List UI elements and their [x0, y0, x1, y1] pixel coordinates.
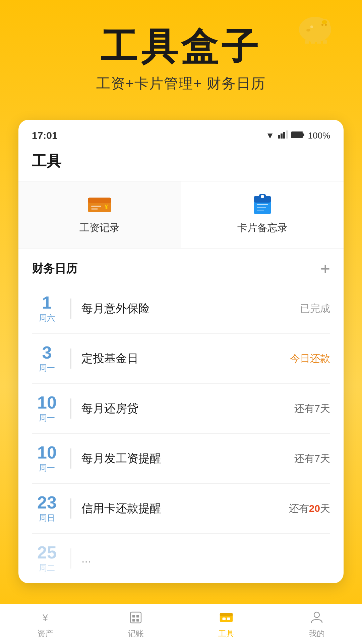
bottom-nav: ¥ 资产 记账 工具 — [0, 604, 362, 644]
tools-grid: ¥ 工资记录 卡片备忘录 — [18, 181, 344, 249]
battery-level: 100% — [308, 130, 330, 141]
svg-rect-17 — [292, 132, 303, 138]
card-memo-icon — [249, 195, 276, 215]
event-name: 信用卡还款提醒 — [81, 501, 289, 516]
divider — [70, 498, 71, 519]
nav-ledger-label: 记账 — [128, 628, 144, 639]
svg-rect-39 — [222, 618, 226, 620]
calendar-item[interactable]: 23 周日 信用卡还款提醒 还有20天 — [32, 484, 330, 534]
svg-rect-23 — [91, 208, 98, 210]
calendar-item[interactable]: 10 周一 每月还房贷 还有7天 — [32, 384, 330, 434]
card-header: 工具 — [18, 145, 344, 181]
divider — [70, 348, 71, 369]
svg-rect-15 — [286, 130, 288, 139]
status-time: 17:01 — [32, 130, 58, 141]
nav-mine[interactable]: 我的 — [272, 606, 362, 642]
svg-rect-40 — [227, 618, 230, 620]
add-event-button[interactable]: + — [320, 260, 330, 277]
divider — [70, 299, 71, 319]
card-memo-label: 卡片备忘录 — [237, 221, 288, 235]
date-weekday: 周一 — [32, 463, 62, 473]
status-bar: 17:01 ▼ 100% — [18, 120, 344, 145]
event-name: 每月还房贷 — [81, 401, 294, 416]
calendar-item[interactable]: 25 周二 ... — [32, 534, 330, 583]
date-block: 10 周一 — [32, 444, 62, 473]
date-number: 25 — [32, 544, 62, 561]
event-status: 已完成 — [300, 302, 330, 316]
nav-tools[interactable]: 工具 — [181, 606, 272, 642]
event-status: 还有7天 — [294, 402, 330, 416]
svg-rect-34 — [136, 615, 139, 618]
event-name: ... — [81, 552, 330, 565]
ledger-icon — [128, 609, 144, 626]
event-name: 每月发工资提醒 — [81, 451, 294, 466]
assets-icon: ¥ — [37, 609, 53, 626]
event-status: 还有7天 — [294, 452, 330, 466]
tools-icon — [218, 609, 234, 626]
salary-icon: ¥ — [86, 195, 113, 215]
page-subtitle: 工资+卡片管理+ 财务日历 — [0, 74, 362, 93]
divider — [70, 398, 71, 419]
date-block: 3 周一 — [32, 344, 62, 373]
salary-label: 工资记录 — [79, 221, 120, 235]
date-weekday: 周六 — [32, 313, 62, 323]
event-status: 今日还款 — [290, 352, 330, 366]
divider — [70, 448, 71, 469]
svg-rect-35 — [132, 619, 135, 622]
date-weekday: 周一 — [32, 363, 62, 373]
divider — [70, 548, 71, 569]
date-block: 1 周六 — [32, 294, 62, 323]
status-icons: ▼ 100% — [266, 130, 330, 141]
svg-rect-18 — [303, 133, 304, 136]
svg-rect-36 — [136, 619, 139, 622]
salary-tool[interactable]: ¥ 工资记录 — [18, 181, 181, 248]
date-weekday: 周一 — [32, 413, 62, 423]
date-number: 3 — [32, 344, 62, 361]
calendar-item[interactable]: 10 周一 每月发工资提醒 还有7天 — [32, 434, 330, 484]
header-area: 工具盒子 工资+卡片管理+ 财务日历 — [0, 0, 362, 93]
date-number: 1 — [32, 294, 62, 311]
svg-text:¥: ¥ — [105, 204, 108, 210]
date-number: 23 — [32, 494, 62, 511]
svg-rect-20 — [88, 198, 111, 203]
section-title: 财务日历 — [32, 261, 77, 276]
calendar-item[interactable]: 3 周一 定投基金日 今日还款 — [32, 334, 330, 384]
svg-rect-22 — [91, 206, 101, 207]
event-status: 还有20天 — [289, 502, 330, 516]
svg-rect-38 — [220, 613, 233, 616]
section-header: 财务日历 + — [18, 249, 344, 284]
nav-ledger[interactable]: 记账 — [90, 606, 181, 642]
svg-rect-33 — [132, 615, 135, 618]
main-card: 17:01 ▼ 100% 工具 ¥ — [18, 120, 344, 583]
calendar-item[interactable]: 1 周六 每月意外保险 已完成 — [32, 284, 330, 334]
card-memo-tool[interactable]: 卡片备忘录 — [181, 181, 344, 248]
svg-rect-30 — [257, 210, 264, 211]
page-title: 工具盒子 — [0, 27, 362, 67]
svg-text:¥: ¥ — [42, 612, 48, 623]
event-name: 定投基金日 — [81, 351, 290, 366]
signal-icon — [278, 130, 288, 141]
date-block: 25 周二 — [32, 544, 62, 573]
date-number: 10 — [32, 444, 62, 461]
date-number: 10 — [32, 394, 62, 411]
event-name: 每月意外保险 — [81, 301, 300, 316]
battery-icon — [291, 130, 305, 141]
svg-rect-14 — [283, 132, 285, 139]
nav-tools-label: 工具 — [218, 628, 234, 639]
card-title: 工具 — [32, 151, 330, 171]
svg-rect-12 — [278, 135, 280, 139]
wifi-icon: ▼ — [266, 130, 275, 141]
mine-icon — [309, 609, 325, 626]
svg-rect-32 — [130, 612, 141, 623]
nav-assets-label: 资产 — [37, 628, 53, 639]
nav-mine-label: 我的 — [309, 628, 325, 639]
date-weekday: 周二 — [32, 562, 62, 573]
date-weekday: 周日 — [32, 513, 62, 523]
date-block: 10 周一 — [32, 394, 62, 423]
svg-rect-28 — [257, 204, 268, 205]
svg-point-41 — [314, 612, 319, 618]
svg-rect-29 — [257, 207, 266, 208]
svg-rect-13 — [281, 133, 283, 139]
nav-assets[interactable]: ¥ 资产 — [0, 606, 90, 642]
calendar-list: 1 周六 每月意外保险 已完成 3 周一 定投基金日 今日还款 10 周一 每月… — [18, 284, 344, 583]
